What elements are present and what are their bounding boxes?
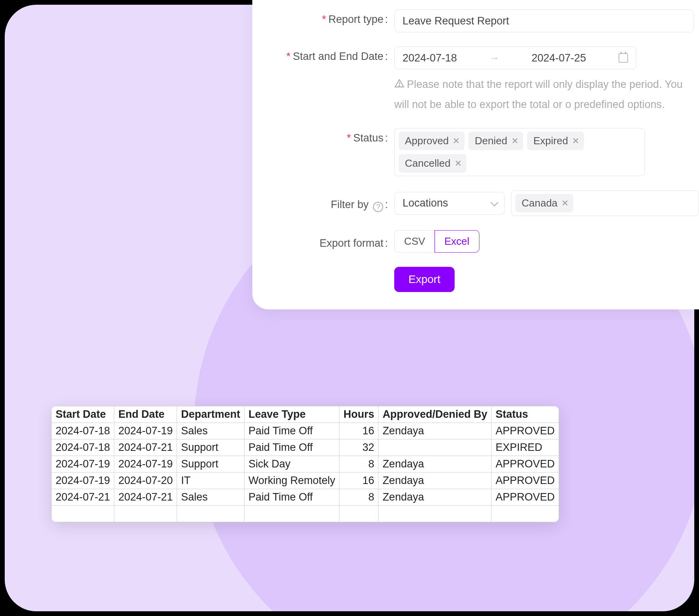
report-type-value: Leave Request Report — [403, 15, 509, 27]
export-format-segmented: CSV Excel — [394, 230, 479, 253]
filter-by-value: Locations — [403, 197, 448, 209]
table-row: 2024-07-192024-07-19SupportSick Day8Zend… — [52, 456, 559, 473]
filter-value-tag-input[interactable]: Canada✕ — [511, 190, 699, 216]
close-icon[interactable]: ✕ — [453, 137, 460, 145]
status-tag: Cancelled✕ — [399, 154, 466, 173]
filter-by-select[interactable]: Locations — [394, 192, 505, 215]
col-status: Status — [491, 406, 559, 423]
report-form-panel: *Report type: Leave Request Report *Star… — [252, 0, 699, 309]
status-label: *Status: — [252, 128, 394, 144]
date-arrow-icon: → — [490, 52, 499, 63]
help-icon[interactable]: ? — [373, 202, 383, 212]
warning-icon — [394, 76, 404, 95]
filter-by-label: Filter by ?: — [252, 195, 394, 212]
table-row: 2024-07-182024-07-19SalesPaid Time Off16… — [52, 423, 559, 439]
end-date-value: 2024-07-25 — [531, 52, 586, 64]
report-type-select[interactable]: Leave Request Report — [394, 9, 694, 32]
close-icon[interactable]: ✕ — [455, 159, 462, 168]
close-icon[interactable]: ✕ — [561, 199, 569, 208]
export-button[interactable]: Export — [394, 267, 455, 292]
status-tag: Denied✕ — [468, 132, 523, 150]
chevron-down-icon — [490, 199, 498, 207]
close-icon[interactable]: ✕ — [511, 137, 518, 145]
status-tag-input[interactable]: Approved✕ Denied✕ Expired✕ Cancelled✕ — [394, 128, 645, 176]
table-row: 2024-07-182024-07-21SupportPaid Time Off… — [52, 439, 559, 456]
table-row: 2024-07-212024-07-21SalesPaid Time Off8Z… — [52, 489, 559, 506]
svg-point-1 — [399, 86, 400, 86]
col-hours: Hours — [339, 406, 378, 423]
export-format-csv[interactable]: CSV — [394, 230, 435, 253]
report-results-table: Start Date End Date Department Leave Typ… — [51, 406, 559, 522]
date-range-note: Please note that the report will only di… — [394, 69, 694, 114]
status-tag: Expired✕ — [527, 132, 584, 150]
export-format-excel[interactable]: Excel — [434, 230, 479, 253]
status-tag: Approved✕ — [399, 132, 464, 150]
date-range-picker[interactable]: 2024-07-18 → 2024-07-25 — [394, 47, 636, 69]
report-type-label: *Report type: — [252, 9, 394, 26]
export-format-label: Export format: — [252, 233, 394, 249]
table-row-empty: . — [52, 506, 559, 522]
col-leave-type: Leave Type — [244, 406, 339, 423]
table-row: 2024-07-192024-07-20ITWorking Remotely16… — [52, 473, 559, 489]
col-approver: Approved/Denied By — [378, 406, 492, 423]
close-icon[interactable]: ✕ — [572, 137, 579, 145]
col-end-date: End Date — [114, 406, 177, 423]
table-header-row: Start Date End Date Department Leave Typ… — [52, 406, 559, 423]
col-start-date: Start Date — [52, 406, 114, 423]
calendar-icon — [619, 53, 628, 63]
date-range-label: *Start and End Date: — [252, 47, 394, 63]
col-department: Department — [177, 406, 244, 423]
filter-tag: Canada✕ — [515, 194, 573, 212]
start-date-value: 2024-07-18 — [403, 52, 457, 64]
